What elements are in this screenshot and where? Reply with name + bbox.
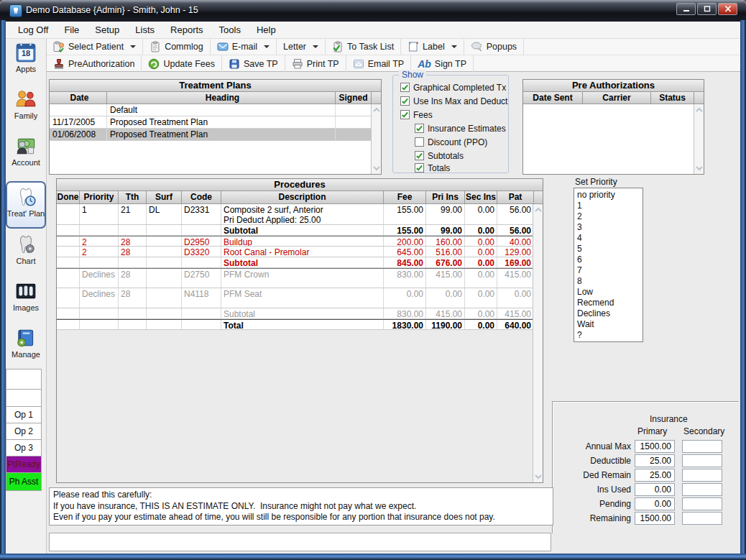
op-1-button[interactable]: Op 1 xyxy=(6,406,42,423)
priority-option[interactable]: 6 xyxy=(574,254,643,265)
cell-pri-ins: 415.00 xyxy=(426,269,465,288)
sidebar-item-manage[interactable]: Manage xyxy=(6,326,45,367)
close-button[interactable] xyxy=(718,3,737,15)
update-fees-button[interactable]: Update Fees xyxy=(142,55,222,72)
op-slot-empty-1[interactable] xyxy=(6,369,42,390)
chevron-down-icon[interactable] xyxy=(264,45,270,48)
priority-option[interactable]: 5 xyxy=(574,244,643,254)
pre-authorizations-scrollbar[interactable] xyxy=(694,104,704,174)
menu-file[interactable]: File xyxy=(56,22,87,39)
checkbox-label: Graphical Completed Tx xyxy=(413,83,506,93)
cell-pat: 415.00 xyxy=(497,308,534,318)
treatment-plan-row[interactable]: 11/17/2005 Proposed Treatment Plan xyxy=(50,116,381,129)
checkbox-insurance-estimates[interactable]: Insurance Estimates xyxy=(415,122,506,134)
checkbox-discount-ppo[interactable]: Discount (PPO) xyxy=(415,136,487,148)
commlog-button[interactable]: Commlog xyxy=(143,39,211,55)
deductible-primary-field[interactable]: 25.00 xyxy=(635,454,675,467)
remaining-primary-field[interactable]: 1500.00 xyxy=(635,512,675,525)
ded-remain-secondary-field[interactable] xyxy=(682,469,722,482)
op-2-button[interactable]: Op 2 xyxy=(6,423,42,440)
checkbox-totals[interactable]: Totals xyxy=(415,162,450,174)
pending-primary-field[interactable]: 0.00 xyxy=(635,497,675,510)
ins-used-primary-field[interactable]: 0.00 xyxy=(635,483,675,496)
menu-setup[interactable]: Setup xyxy=(87,22,127,39)
pt-ready-status[interactable]: PtReady xyxy=(6,456,42,473)
procedures-scrollbar[interactable] xyxy=(533,204,543,482)
estimate-note-box: Please read this carefully: If you have … xyxy=(49,487,553,525)
menu-lists[interactable]: Lists xyxy=(127,22,162,39)
procedure-row[interactable]: 2 28 D2950 Buildup 200.00 160.00 0.00 40… xyxy=(57,236,543,247)
annual-max-label: Annual Max xyxy=(559,441,631,451)
sidebar-item-family[interactable]: Family xyxy=(6,88,45,128)
menu-tools[interactable]: Tools xyxy=(211,22,249,39)
op-slot-empty-2[interactable] xyxy=(6,389,42,407)
menu-reports[interactable]: Reports xyxy=(162,22,211,39)
remaining-secondary-field[interactable] xyxy=(682,512,722,525)
procedure-row[interactable]: 1 21 DL D2331 Composite 2 surf, Anterior… xyxy=(57,204,543,225)
priority-option[interactable]: Wait xyxy=(574,319,643,330)
sidebar-item-chart[interactable]: Chart xyxy=(6,233,45,273)
priority-option[interactable]: 8 xyxy=(574,276,643,287)
secondary-note-box[interactable] xyxy=(49,533,551,551)
restore-icon xyxy=(703,5,712,13)
cell-sec-ins: 0.00 xyxy=(465,320,497,329)
save-tp-button[interactable]: Save TP xyxy=(222,55,285,72)
annual-max-secondary-field[interactable] xyxy=(682,440,722,453)
op-3-button[interactable]: Op 3 xyxy=(6,439,42,456)
cell-priority: 2 xyxy=(80,237,119,246)
chevron-down-icon[interactable] xyxy=(451,45,457,48)
minimize-button[interactable] xyxy=(676,3,696,15)
procedure-row-declined[interactable]: Declines 28 N4118 PFM Seat 0.00 0.00 0.0… xyxy=(57,288,543,308)
tooth-logo-icon xyxy=(11,6,21,16)
menu-help[interactable]: Help xyxy=(249,22,284,39)
checkbox-fees[interactable]: Fees xyxy=(400,109,433,121)
checkbox-use-ins-max[interactable]: Use Ins Max and Deduct xyxy=(400,95,507,107)
menu-log-off[interactable]: Log Off xyxy=(10,22,56,39)
treatment-plans-scrollbar[interactable] xyxy=(371,104,381,174)
priority-option[interactable]: Declines xyxy=(574,308,643,319)
pending-label: Pending xyxy=(559,499,631,509)
priority-option[interactable]: Low xyxy=(574,287,643,298)
priority-option[interactable]: ? xyxy=(574,330,643,341)
restore-button[interactable] xyxy=(697,3,717,15)
chevron-down-icon[interactable] xyxy=(130,45,136,48)
deductible-secondary-field[interactable] xyxy=(682,454,722,467)
label-button[interactable]: Label xyxy=(401,39,464,55)
sidebar-item-treat-plan[interactable]: Treat' Plan xyxy=(6,181,46,229)
select-patient-button[interactable]: Select Patient xyxy=(47,39,143,55)
tp-date: 11/17/2005 xyxy=(50,116,107,128)
app-icon xyxy=(9,4,22,17)
print-tp-button[interactable]: Print TP xyxy=(285,55,346,72)
priority-option[interactable]: 2 xyxy=(574,211,643,222)
chevron-down-icon[interactable] xyxy=(313,45,318,48)
priority-option[interactable]: 1 xyxy=(574,201,643,211)
email-button[interactable]: E-mail xyxy=(211,39,277,55)
priority-option[interactable]: 3 xyxy=(574,222,643,233)
sidebar-item-images[interactable]: Images xyxy=(6,280,45,320)
treatment-plan-row[interactable]: Default xyxy=(50,104,381,116)
insurance-col-primary: Primary xyxy=(637,426,667,436)
checkbox-graphical-completed-tx[interactable]: Graphical Completed Tx xyxy=(400,81,506,93)
priority-option[interactable]: no priority xyxy=(574,190,643,201)
ded-remain-label: Ded Remain xyxy=(559,470,631,480)
priority-option[interactable]: 7 xyxy=(574,265,643,276)
checkbox-label: Subtotals xyxy=(428,151,464,161)
priority-option[interactable]: Recmend xyxy=(574,298,643,308)
procedure-row[interactable]: 2 28 D3320 Root Canal - Premolar 645.00 … xyxy=(57,247,543,257)
sidebar-item-appts[interactable]: 18 Appts xyxy=(6,41,45,81)
ded-remain-primary-field[interactable]: 25.00 xyxy=(635,469,675,482)
appts-day-badge: 18 xyxy=(6,49,45,58)
popups-button[interactable]: Popups xyxy=(464,39,524,55)
checkbox-subtotals[interactable]: Subtotals xyxy=(415,150,464,162)
procedure-row-declined[interactable]: Declines 28 D2750 PFM Crown 830.00 415.0… xyxy=(57,268,543,288)
pending-secondary-field[interactable] xyxy=(682,497,722,510)
ins-used-secondary-field[interactable] xyxy=(682,483,722,496)
preauthorization-button[interactable]: PreAuthorization xyxy=(47,55,142,72)
letter-button[interactable]: Letter xyxy=(277,39,326,55)
priority-option[interactable]: 4 xyxy=(574,233,643,244)
ph-asst-status[interactable]: Ph Asst xyxy=(6,472,42,491)
to-task-list-button[interactable]: To Task List xyxy=(326,39,401,55)
treatment-plan-row-selected[interactable]: 01/06/2008 Proposed Treatment Plan xyxy=(50,129,381,141)
sidebar-item-account[interactable]: Account xyxy=(6,134,45,175)
annual-max-primary-field[interactable]: 1500.00 xyxy=(635,440,675,453)
